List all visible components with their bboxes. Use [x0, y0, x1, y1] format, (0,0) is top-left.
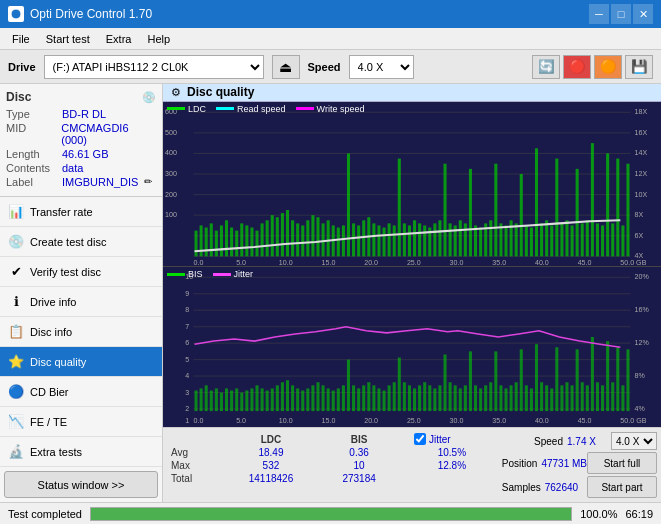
svg-text:8X: 8X	[635, 211, 644, 219]
svg-text:400: 400	[165, 149, 177, 157]
svg-text:20.0: 20.0	[364, 418, 378, 426]
svg-rect-186	[337, 389, 340, 412]
svg-text:10X: 10X	[635, 190, 648, 198]
svg-text:8%: 8%	[635, 373, 646, 381]
disc-panel: Disc 💿 Type BD-R DL MID CMCMAGDI6 (000) …	[0, 84, 162, 197]
disc-header: Disc 💿	[6, 90, 156, 104]
nav-transfer-rate[interactable]: 📊 Transfer rate	[0, 197, 162, 227]
svg-rect-189	[352, 386, 355, 412]
jitter-label: Jitter	[429, 434, 451, 445]
maximize-button[interactable]: □	[611, 4, 631, 24]
nav-verify-test-disc-label: Verify test disc	[30, 266, 101, 278]
svg-text:16%: 16%	[635, 307, 650, 315]
svg-text:10.0: 10.0	[279, 418, 293, 426]
position-key: Position	[502, 458, 538, 469]
nav-drive-info[interactable]: ℹ Drive info	[0, 287, 162, 317]
svg-rect-222	[520, 350, 523, 412]
color2-button[interactable]: 🟠	[594, 55, 622, 79]
svg-rect-117	[606, 153, 609, 256]
nav-disc-quality[interactable]: ⭐ Disc quality	[0, 347, 162, 377]
minimize-button[interactable]: ─	[589, 4, 609, 24]
status-window-button[interactable]: Status window >>	[4, 471, 158, 498]
menu-extra[interactable]: Extra	[98, 31, 140, 47]
legend-read-speed: Read speed	[216, 104, 286, 114]
svg-rect-240	[611, 383, 614, 412]
svg-rect-39	[210, 223, 213, 256]
svg-text:3: 3	[185, 389, 189, 397]
svg-text:25.0: 25.0	[407, 418, 421, 426]
svg-text:40.0: 40.0	[535, 418, 549, 426]
svg-text:6: 6	[185, 340, 189, 348]
nav-items: 📊 Transfer rate 💿 Create test disc ✔ Ver…	[0, 197, 162, 467]
progress-bar	[90, 507, 572, 521]
jitter-checkbox[interactable]	[414, 433, 426, 445]
col-bis: BIS	[320, 432, 398, 446]
app-title: Opti Drive Control 1.70	[30, 7, 152, 21]
svg-rect-114	[591, 143, 594, 256]
svg-rect-105	[545, 220, 548, 256]
svg-rect-192	[367, 383, 370, 412]
svg-rect-191	[362, 386, 365, 412]
svg-rect-102	[530, 227, 533, 256]
drive-select[interactable]: (F:) ATAPI iHBS112 2 CL0K	[44, 55, 264, 79]
speed-val: 1.74 X	[567, 436, 607, 447]
menu-starttest[interactable]: Start test	[38, 31, 98, 47]
nav-disc-info[interactable]: 📋 Disc info	[0, 317, 162, 347]
svg-rect-228	[550, 389, 553, 412]
svg-rect-209	[454, 386, 457, 412]
menu-file[interactable]: File	[4, 31, 38, 47]
svg-rect-165	[230, 391, 233, 412]
refresh-button[interactable]: 🔄	[532, 55, 560, 79]
svg-rect-79	[413, 220, 416, 256]
svg-text:45.0: 45.0	[578, 258, 592, 266]
svg-rect-173	[271, 389, 274, 412]
start-part-button[interactable]: Start part	[587, 476, 657, 498]
svg-rect-214	[479, 389, 482, 412]
max-bis: 10	[320, 459, 398, 472]
eject-button[interactable]: ⏏	[272, 55, 300, 79]
samples-and-start-part: Samples 762640 Start part	[502, 476, 657, 498]
svg-rect-158	[195, 391, 198, 412]
svg-text:18X: 18X	[635, 108, 648, 116]
svg-rect-45	[240, 223, 243, 256]
content-header-icon: ⚙	[171, 86, 181, 99]
svg-rect-177	[291, 386, 294, 412]
svg-text:30.0: 30.0	[450, 418, 464, 426]
nav-cd-bler[interactable]: 🔵 CD Bier	[0, 377, 162, 407]
svg-rect-81	[423, 225, 426, 256]
samples-key: Samples	[502, 482, 541, 493]
color1-button[interactable]: 🔴	[563, 55, 591, 79]
nav-fe-te[interactable]: 📉 FE / TE	[0, 407, 162, 437]
close-button[interactable]: ✕	[633, 4, 653, 24]
svg-rect-60	[316, 217, 319, 256]
svg-text:2: 2	[185, 406, 189, 414]
save-button[interactable]: 💾	[625, 55, 653, 79]
svg-rect-176	[286, 381, 289, 412]
svg-rect-198	[398, 358, 401, 412]
svg-rect-207	[444, 355, 447, 412]
disc-title: Disc	[6, 90, 31, 104]
svg-rect-225	[535, 345, 538, 412]
nav-drive-info-label: Drive info	[30, 296, 76, 308]
svg-rect-203	[423, 383, 426, 412]
svg-rect-109	[565, 220, 568, 256]
speed-select[interactable]: 4.0 X	[349, 55, 414, 79]
nav-verify-test-disc[interactable]: ✔ Verify test disc	[0, 257, 162, 287]
svg-rect-238	[601, 386, 604, 412]
svg-rect-80	[418, 223, 421, 256]
nav-extra-tests[interactable]: 🔬 Extra tests	[0, 437, 162, 467]
jitter-checkbox-container[interactable]: Jitter	[414, 433, 490, 445]
legend-write-speed-label: Write speed	[317, 104, 365, 114]
nav-create-test-disc[interactable]: 💿 Create test disc	[0, 227, 162, 257]
nav-cd-bler-label: CD Bier	[30, 386, 69, 398]
speed-select[interactable]: 4.0 X	[611, 432, 657, 450]
avg-ldc: 18.49	[222, 446, 321, 459]
svg-rect-107	[555, 158, 558, 256]
menu-help[interactable]: Help	[139, 31, 178, 47]
svg-text:4X: 4X	[635, 252, 644, 260]
max-label: Max	[167, 459, 222, 472]
max-jitter: 12.8%	[410, 459, 494, 472]
stats-right: Speed 1.74 X 4.0 X Position 47731 MB Sta…	[494, 432, 657, 498]
svg-rect-99	[515, 223, 518, 256]
start-full-button[interactable]: Start full	[587, 452, 657, 474]
